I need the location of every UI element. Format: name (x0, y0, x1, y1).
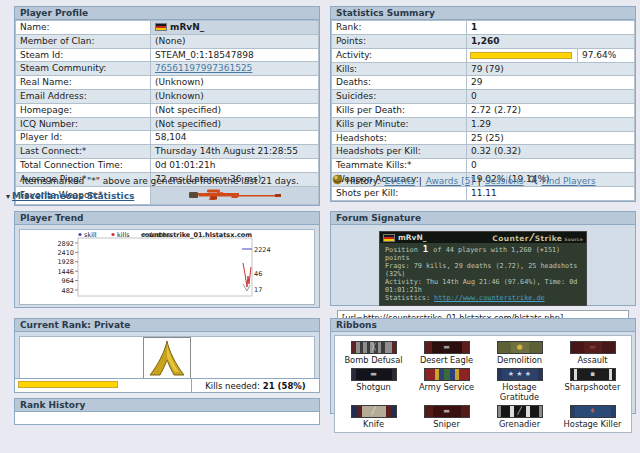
ribbon-glyph: ♦ (589, 408, 595, 415)
german-flag-icon (383, 234, 395, 242)
ribbon-label: Demolition (483, 355, 556, 365)
profile-row-label: Real Name: (16, 76, 151, 90)
find-players-search-icon (528, 175, 538, 187)
awp-sniper-rifle-image (187, 188, 283, 201)
activity-percent: 97.64% (577, 49, 634, 62)
ribbon-army-service: Army Service (410, 366, 483, 403)
ribbon-glyph: ╱ (517, 408, 521, 415)
svg-text:2892: 2892 (57, 240, 74, 248)
miscellaneous-statistics-link[interactable]: Miscellaneous Statistics (12, 191, 134, 201)
ribbon-desert-eagle: ▬Desert Eagle (410, 339, 483, 366)
ribbon-label: Assault (556, 355, 629, 365)
profile-row: Steam Community:76561197997361525 (16, 62, 319, 76)
ribbon-label: Desert Eagle (410, 355, 483, 365)
activity-bar-track (467, 50, 577, 61)
current-rank-panel: Current Rank: Private Kills needed:21 (5… (14, 318, 320, 393)
find-players-link[interactable]: Find Players (542, 176, 596, 186)
chart-server-title: counterstrike_01.hlstatsx.com (141, 231, 252, 239)
ribbon-sniper: ▬Sniper (410, 403, 483, 430)
profile-row-label: Name: (16, 21, 151, 35)
profile-row-label: Steam Community: (16, 62, 151, 76)
ribbon-glyph: ╱ (371, 408, 375, 415)
ribbon-image: ▬ (351, 368, 397, 381)
svg-text:482: 482 (62, 287, 74, 295)
current-rank-title: Current Rank: Private (15, 319, 319, 332)
profile-row-value: STEAM_0:1:18547898 (151, 48, 319, 62)
ribbon-demolition: ●Demolition (483, 339, 556, 366)
stats-row-label: Suicides: (332, 90, 467, 104)
stats-row-label: Points: (332, 34, 467, 48)
profile-row-value: 76561197997361525 (151, 62, 319, 76)
stats-row-value: 0 (467, 159, 635, 173)
stats-row-value: 79 (79) (467, 62, 635, 76)
miscellaneous-statistics-row: ▾Miscellaneous Statistics (6, 191, 134, 201)
profile-row-value: (Unknown) (151, 76, 319, 90)
ribbons-panel: Ribbons ╳Bomb Defusal▬Desert Eagle●Demol… (330, 318, 636, 414)
ribbon-glyph: ▬ (589, 344, 596, 351)
history-link-awards-5[interactable]: Awards [5] (426, 176, 474, 186)
ribbon-image: ● (497, 341, 543, 354)
stats-row: Activity:97.64% (332, 48, 635, 62)
profile-row-value: (None) (151, 34, 319, 48)
ribbon-grenadier: ╱Grenadier (483, 403, 556, 430)
steam-community-link[interactable]: 76561197997361525 (155, 63, 252, 73)
stats-row: Kills per Death:2.72 (2.72) (332, 103, 635, 117)
profile-row-value: (Unknown) (151, 89, 319, 103)
stats-row: Kills:79 (79) (332, 62, 635, 76)
ribbon-glyph: ▬ (443, 344, 450, 351)
profile-row-value (151, 186, 319, 205)
signature-header: mRvN_ Counter Strike Source (380, 232, 586, 243)
stats-row-value: 1,260 (467, 34, 635, 48)
ribbon-glyph: ▬ (370, 371, 377, 378)
profile-row: Total Connection Time:0d 01:01:21h (16, 158, 319, 172)
stats-row-value: 0.32 (0.32) (467, 145, 635, 159)
current-rank-name: Private (94, 320, 130, 330)
profile-row-label: Homepage: (16, 103, 151, 117)
statistics-summary-panel: Statistics Summary Rank:1Points:1,260Act… (330, 6, 636, 202)
history-link-events[interactable]: Events (384, 176, 414, 186)
history-label: History: (346, 176, 380, 186)
collapse-arrow-icon: ▾ (6, 192, 10, 201)
ribbon-hostage-killer: ♦Hostage Killer (556, 403, 629, 430)
profile-row: Last Connect:*Thursday 14th August 21:28… (16, 145, 319, 159)
stats-row: Points:1,260 (332, 34, 635, 48)
rank-history-empty-area (15, 412, 319, 424)
ribbon-glyph: ▪ (590, 371, 595, 378)
profile-row-label: Last Connect:* (16, 145, 151, 159)
ribbon-image: ╱ (497, 405, 543, 418)
stats-row-value: 1 (467, 21, 635, 35)
stats-row-label: Headshots per Kill: (332, 145, 467, 159)
rank-progress-fill (18, 381, 118, 388)
profile-row-value: 0d 01:01:21h (151, 158, 319, 172)
signature-stats-text: Position 1 of 44 players with 1,260 (+15… (380, 243, 586, 305)
stats-row-label: Rank: (332, 21, 467, 35)
stats-row-value: 11.11 (467, 186, 635, 200)
rank-insignia-area (19, 336, 315, 380)
forum-signature-panel: Forum Signature mRvN_ Counter Strike Sou… (330, 211, 636, 306)
profile-row-value: (Not specified) (151, 117, 319, 131)
profile-row: Steam Id:STEAM_0:1:18547898 (16, 48, 319, 62)
rank-progress-row: Kills needed:21 (58%) (15, 378, 319, 392)
statistics-summary-title: Statistics Summary (331, 7, 635, 20)
stats-row: Teammate Kills:*0 (332, 159, 635, 173)
ribbon-knife: ╱Knife (337, 403, 410, 430)
skill-end-label: 2224 (254, 246, 271, 254)
profile-row-label: Steam Id: (16, 48, 151, 62)
rank-history-title: Rank History (15, 399, 319, 412)
profile-row-label: ICQ Number: (16, 117, 151, 131)
profile-row-value: 58,104 (151, 131, 319, 145)
history-link-sessions[interactable]: Sessions (485, 176, 524, 186)
legend-skill: skill (84, 231, 97, 239)
ribbon-label: Hostage Gratitude (483, 382, 556, 402)
ribbon-image: ▬ (424, 405, 470, 418)
stats-row-value: 97.64% (467, 48, 635, 62)
signature-line-frags: Frags: 79 kills, 29 deaths (2.72), 25 he… (385, 262, 581, 278)
svg-text:1928: 1928 (57, 258, 74, 266)
signature-player-name: mRvN_ (398, 233, 427, 242)
counterstrike-de-link[interactable]: http://www.counterstrike.de (434, 294, 545, 302)
ribbon-hostage-gratitude: ★ ★ ★Hostage Gratitude (483, 366, 556, 403)
profile-row: ICQ Number:(Not specified) (16, 117, 319, 131)
ribbon-image: ▪ (570, 368, 616, 381)
profile-row: Member of Clan:(None) (16, 34, 319, 48)
ribbon-bomb-defusal: ╳Bomb Defusal (337, 339, 410, 366)
